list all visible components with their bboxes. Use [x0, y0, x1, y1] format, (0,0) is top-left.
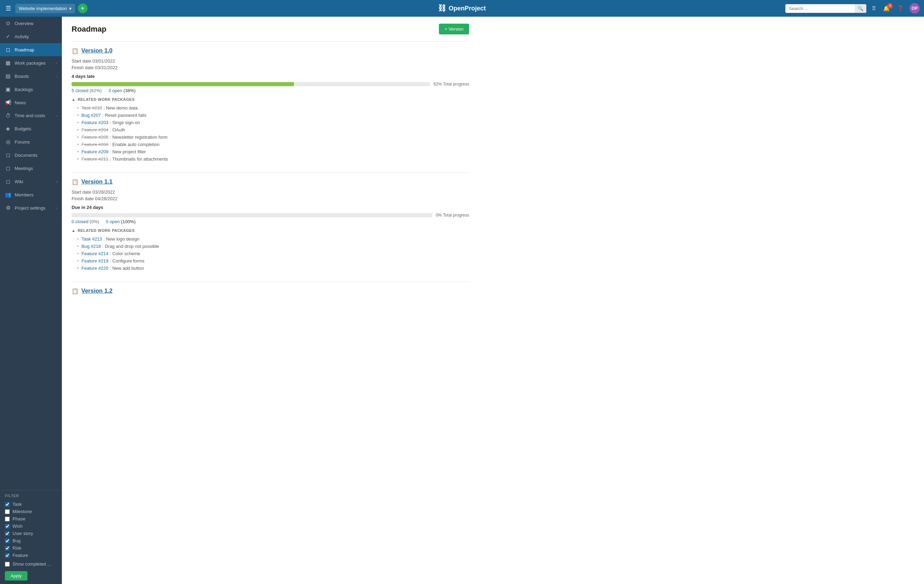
- avatar[interactable]: OP: [909, 3, 920, 13]
- rwp-label-v1_1: RELATED WORK PACKAGES: [78, 228, 134, 233]
- sidebar-item-time-costs[interactable]: ⏱ Time and costs ›: [0, 109, 62, 122]
- show-completed-label[interactable]: Show completed ...: [13, 561, 51, 567]
- wp-link-v1_0-4[interactable]: Feature #205: [82, 134, 109, 140]
- filter-label-phase[interactable]: Phase: [13, 516, 25, 521]
- sidebar-item-news[interactable]: 📢 News: [0, 96, 62, 109]
- wp-link-v1_0-1[interactable]: Bug #207: [82, 112, 101, 118]
- version-header-v1_0: 📋 Version 1.0: [72, 47, 469, 54]
- sidebar-item-forums[interactable]: ◎ Forums: [0, 135, 62, 149]
- progress-container-v1_1: 0% Total progress: [72, 213, 469, 218]
- grid-icon-button[interactable]: ⠿: [871, 4, 878, 13]
- filter-label-feature[interactable]: Feature: [13, 553, 28, 558]
- closed-link-v1_1[interactable]: 0 closed: [72, 219, 88, 224]
- sidebar-item-boards[interactable]: ▤ Boards ›: [0, 69, 62, 83]
- filter-label-risk[interactable]: Risk: [13, 546, 21, 551]
- wp-link-v1_0-2[interactable]: Feature #203: [82, 120, 109, 125]
- filter-checkbox-bug[interactable]: [5, 538, 10, 543]
- show-completed-item: Show completed ...: [5, 560, 57, 567]
- add-version-button[interactable]: + Version: [439, 24, 469, 35]
- rwp-header-v1_1[interactable]: ▲ RELATED WORK PACKAGES: [72, 228, 469, 233]
- search-input[interactable]: [785, 4, 855, 13]
- add-button[interactable]: +: [78, 3, 87, 13]
- sidebar-arrow-time-costs: ›: [56, 114, 57, 118]
- filter-label-user-story[interactable]: User story: [13, 531, 33, 536]
- open-link-v1_0[interactable]: 3 open: [109, 88, 122, 93]
- notifications-button[interactable]: 🔔 4: [882, 4, 891, 13]
- sidebar-label-wiki: Wiki: [15, 179, 52, 184]
- apply-filter-button[interactable]: Apply: [5, 571, 28, 581]
- filter-checkbox-phase[interactable]: [5, 516, 10, 521]
- notifications-badge: 4: [887, 3, 893, 9]
- rwp-list-v1_0: Task #210: New demo dataBug #207: Reset …: [72, 104, 469, 163]
- sidebar-item-backlogs[interactable]: ▣ Backlogs: [0, 83, 62, 96]
- sidebar-arrow-boards: ›: [56, 74, 57, 78]
- progress-container-v1_0: 62% Total progress: [72, 82, 469, 86]
- project-selector[interactable]: Website implementation ▾: [15, 4, 75, 13]
- open-link-v1_1[interactable]: 5 open: [106, 219, 120, 224]
- filter-checkbox-wish[interactable]: [5, 524, 10, 529]
- list-item: Feature #220: New add button: [77, 265, 469, 272]
- progress-label-v1_0: 62% Total progress: [433, 82, 469, 86]
- sidebar-item-budgets[interactable]: ◈ Budgets: [0, 122, 62, 135]
- sidebar-item-roadmap[interactable]: ◻ Roadmap: [0, 43, 62, 56]
- version-section-v1_0: 📋 Version 1.0 Start date 03/01/2022Finis…: [72, 41, 469, 163]
- show-completed-checkbox[interactable]: [5, 562, 10, 567]
- version-title-v1_1[interactable]: Version 1.1: [81, 178, 112, 185]
- filter-label-milestone[interactable]: Milestone: [13, 509, 32, 514]
- sidebar-item-work-packages[interactable]: ▦ Work packages ›: [0, 56, 62, 69]
- version-icon-v1_2: 📋: [72, 288, 79, 294]
- sidebar-icon-work-packages: ▦: [5, 60, 11, 66]
- filter-checkbox-feature[interactable]: [5, 553, 10, 558]
- wp-link-v1_0-5[interactable]: Feature #208: [82, 142, 109, 147]
- filter-checkbox-task[interactable]: [5, 502, 10, 507]
- sidebar-item-members[interactable]: 👥 Members: [0, 188, 62, 201]
- filter-label-task[interactable]: Task: [13, 501, 22, 507]
- progress-label-v1_1: 0% Total progress: [436, 213, 469, 218]
- wp-link-v1_0-3[interactable]: Feature #204: [82, 127, 109, 132]
- page-header: Roadmap + Version: [72, 24, 469, 35]
- wp-desc-v1_0-5: : Enable auto completion: [110, 142, 160, 147]
- sidebar-arrow-project-settings: ›: [56, 206, 57, 210]
- sidebar-item-meetings[interactable]: ◻ Meetings: [0, 162, 62, 175]
- version-icon-v1_0: 📋: [72, 48, 79, 54]
- wp-link-v1_1-2[interactable]: Feature #214: [82, 251, 109, 256]
- wp-link-v1_1-1[interactable]: Bug #218: [82, 244, 101, 249]
- sidebar-item-project-settings[interactable]: ⚙ Project settings ›: [0, 201, 62, 215]
- filter-checkbox-user-story[interactable]: [5, 531, 10, 536]
- logo-text: OpenProject: [449, 5, 486, 12]
- list-item: Feature #204: OAuth: [77, 126, 469, 134]
- wp-link-v1_0-0[interactable]: Task #210: [82, 105, 102, 111]
- wp-link-v1_0-7[interactable]: Feature #211: [82, 156, 109, 162]
- rwp-header-v1_0[interactable]: ▲ RELATED WORK PACKAGES: [72, 98, 469, 101]
- sidebar-item-overview[interactable]: ⊙ Overview: [0, 17, 62, 30]
- sidebar-item-wiki[interactable]: ◻ Wiki ›: [0, 175, 62, 188]
- search-button[interactable]: 🔍: [855, 4, 866, 13]
- content-inner: Roadmap + Version 📋 Version 1.0 Start da…: [62, 17, 479, 311]
- filter-checkbox-milestone[interactable]: [5, 509, 10, 514]
- wp-link-v1_0-6[interactable]: Feature #209: [82, 149, 109, 154]
- content-area: Roadmap + Version 📋 Version 1.0 Start da…: [62, 17, 924, 584]
- closed-link-v1_0[interactable]: 5 closed: [72, 88, 88, 93]
- wp-link-v1_1-0[interactable]: Task #213: [82, 237, 102, 242]
- wp-desc-v1_1-4: : New add button: [110, 266, 144, 271]
- sidebar-icon-forums: ◎: [5, 139, 11, 145]
- version-start-v1_0: Start date 03/01/2022: [72, 58, 469, 64]
- filter-label-wish[interactable]: Wish: [13, 523, 23, 529]
- wp-link-v1_1-3[interactable]: Feature #219: [82, 258, 109, 263]
- sidebar-item-documents[interactable]: ◻ Documents: [0, 149, 62, 162]
- help-button[interactable]: ❓: [896, 4, 905, 13]
- wp-link-v1_1-4[interactable]: Feature #220: [82, 266, 109, 271]
- hamburger-button[interactable]: ☰: [4, 3, 13, 13]
- version-title-v1_2[interactable]: Version 1.2: [81, 288, 112, 294]
- search-box[interactable]: 🔍: [785, 4, 866, 13]
- filter-label-bug[interactable]: Bug: [13, 538, 20, 543]
- sidebar-item-activity[interactable]: ✓ Activity: [0, 30, 62, 43]
- sidebar-label-overview: Overview: [15, 21, 57, 26]
- list-item: Feature #208: Enable auto completion: [77, 141, 469, 148]
- version-title-v1_0[interactable]: Version 1.0: [81, 47, 112, 54]
- version-status-v1_1: Due in 24 days: [72, 205, 469, 210]
- version-section-v1_2: 📋 Version 1.2: [72, 281, 469, 294]
- filter-checkbox-risk[interactable]: [5, 546, 10, 551]
- sidebar-icon-boards: ▤: [5, 73, 11, 79]
- topnav: ☰ Website implementation ▾ + ⛓ OpenProje…: [0, 0, 924, 17]
